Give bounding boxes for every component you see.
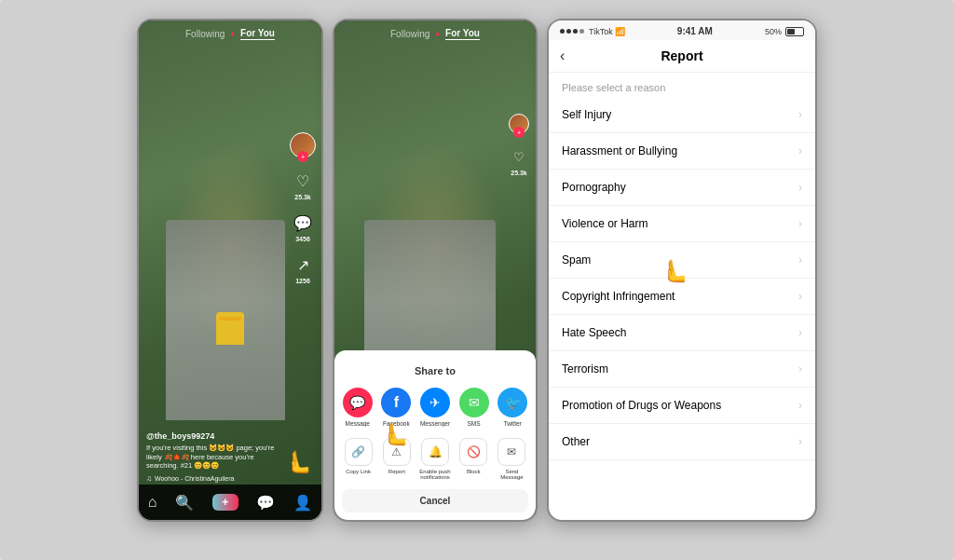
notifications-label: Enable push notifications [418,469,451,480]
report-item-label: Self Injury [562,108,611,121]
block-action[interactable]: 🚫 Block [457,438,490,480]
avatar[interactable]: + [290,132,316,158]
caption-text: If you're visiting this 🐱🐱🐱 page; you're… [146,444,284,471]
hand-cursor-panel1: 🫷 [284,449,312,475]
report-item-terrorism[interactable]: Terrorism › [549,351,815,388]
heart-icon: ♡ [292,170,314,192]
home-nav-icon[interactable]: ⌂ [148,494,157,511]
search-nav-icon[interactable]: 🔍 [175,494,194,512]
report-item-harassment[interactable]: Harassment or Bullying › [549,133,815,170]
signal-dot-1 [560,29,565,34]
music-info: ♫ Woohoo - ChristinaAguilera [146,474,284,483]
report-item-pornography[interactable]: Pornography › [549,170,815,206]
carrier-label: TikTok [589,27,613,36]
heart-count-2: 25.3k [511,170,527,176]
share-item-sms[interactable]: ✉ SMS [458,388,490,427]
chevron-icon: › [798,144,802,157]
chevron-icon: › [798,362,802,376]
chevron-icon: › [798,217,802,230]
share-button[interactable]: ↗ 1256 [292,253,314,284]
status-left: TikTok 📶 [560,27,625,36]
back-button[interactable]: ‹ [560,48,565,64]
send-message-action[interactable]: ✉ Send Message [496,438,528,480]
share-sheet-panel: Share to 💬 Message f Facebook ✈ Messenge… [334,350,536,520]
video-info: @the_boys99274 If you're visiting this 🐱… [146,431,284,483]
header-dot-2: ● [435,30,440,38]
profile-nav-icon[interactable]: 👤 [293,494,312,512]
report-item-label: Violence or Harm [562,217,647,230]
heart-button[interactable]: ♡ 25.3k [292,170,314,200]
heart-count: 25.3k [294,194,311,200]
heart-icon-2: ♡ [508,145,530,168]
username-label: @the_boys99274 [146,431,284,441]
chevron-icon: › [798,181,802,194]
panel-tiktok-feed: Following ● For You + ♡ 25.3k 💬 3456 ↗ 1… [137,19,323,522]
comment-icon: 💬 [292,212,314,234]
block-label: Block [467,469,481,474]
right-icons-2: + ♡ 25.3k [508,114,530,176]
foryou-label-2: For You [445,28,480,40]
hand-cursor-panel3: 🫷 [661,258,688,284]
report-item-label: Hate Speech [562,326,626,339]
signal-dot-3 [573,29,578,34]
report-item-label: Terrorism [562,362,608,376]
report-item-hate-speech[interactable]: Hate Speech › [549,315,815,351]
following-label: Following [185,29,225,39]
battery-icon [785,27,804,36]
share-title: Share to [342,365,528,376]
share-item-messenger[interactable]: ✈ Messenger [419,388,451,427]
create-nav-button[interactable]: + [212,494,238,511]
message-icon: 💬 [343,388,373,417]
signal-dot-4 [579,29,584,34]
report-screen-title: Report [661,48,702,63]
header-dot: ● [230,30,235,38]
send-message-label: Send Message [496,469,528,480]
report-item-label: Pornography [562,181,626,194]
report-item-label: Harassment or Bullying [562,144,677,157]
bottom-navigation: ⌂ 🔍 + 💬 👤 [139,485,321,520]
music-note-icon: ♫ [146,474,152,483]
report-item-label: Other [562,435,590,448]
share-count: 1256 [295,278,310,284]
copy-link-action[interactable]: 🔗 Copy Link [342,438,375,480]
comment-button[interactable]: 💬 3456 [292,212,314,242]
chevron-icon: › [798,290,802,303]
report-item-other[interactable]: Other › [549,424,815,460]
report-reasons-list: Self Injury › Harassment or Bullying › P… [549,97,815,520]
plus-icon: + [212,494,238,511]
tiktok-header: Following ● For You [139,28,321,40]
report-label: Report [388,469,405,474]
right-action-icons: + ♡ 25.3k 💬 3456 ↗ 1256 [290,132,316,284]
share-icons-row: 💬 Message f Facebook ✈ Messenger ✉ SMS 🐦 [342,388,528,427]
facebook-icon: f [381,388,411,417]
twitter-label: Twitter [504,420,522,427]
comment-count: 3456 [295,236,310,242]
report-subtitle: Please select a reason [549,73,815,97]
report-item-violence[interactable]: Violence or Harm › [549,206,815,242]
report-nav-bar: ‹ Report [549,40,815,73]
panel-report: TikTok 📶 9:41 AM 50% ‹ Report Please sel… [547,19,817,522]
messenger-icon: ✈ [420,388,450,417]
inbox-nav-icon[interactable]: 💬 [256,494,275,512]
report-item-self-injury[interactable]: Self Injury › [549,97,815,133]
main-container: Following ● For You + ♡ 25.3k 💬 3456 ↗ 1… [0,0,954,560]
share-item-message[interactable]: 💬 Message [342,388,374,427]
sms-icon: ✉ [459,388,489,417]
person-figure [211,289,249,345]
message-label: Message [346,420,370,427]
report-item-label: Spam [562,253,591,266]
report-item-label: Copyright Infringement [562,290,675,303]
messenger-label: Messenger [420,420,450,427]
cancel-button[interactable]: Cancel [342,489,528,512]
report-item-drugs-weapons[interactable]: Promotion of Drugs or Weapons › [549,388,815,424]
chevron-icon: › [798,108,802,121]
share-item-twitter[interactable]: 🐦 Twitter [497,388,528,427]
wifi-icon: 📶 [615,27,625,36]
following-label-2: Following [390,29,429,39]
notifications-action[interactable]: 🔔 Enable push notifications [418,438,451,480]
block-icon: 🚫 [459,438,487,466]
share-icon: ↗ [292,253,314,276]
avatar-2: + [509,114,529,134]
status-right: 50% [765,27,804,36]
follow-plus-icon[interactable]: + [297,151,308,162]
